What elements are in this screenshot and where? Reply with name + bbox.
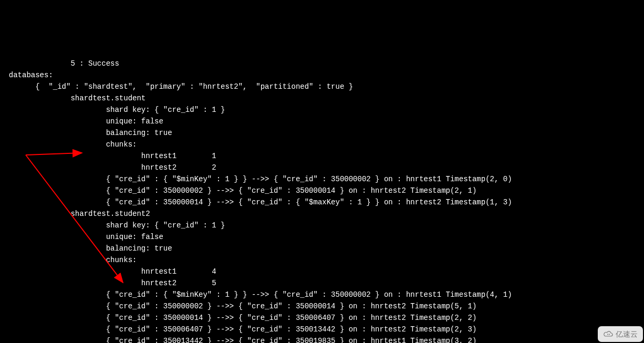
line: hnrtest1 1 <box>0 152 216 160</box>
line: unique: false <box>0 233 163 241</box>
line: { "cre_id" : 350000002 } -->> { "cre_id"… <box>0 186 476 195</box>
line: balancing: true <box>0 129 172 137</box>
terminal-output: 5 : Success databases: { "_id" : "shardt… <box>0 46 644 343</box>
cloud-icon <box>603 330 614 338</box>
line: { "cre_id" : 350000014 } -->> { "cre_id"… <box>0 198 512 206</box>
line: shardtest.student2 <box>0 210 150 218</box>
watermark: 亿速云 <box>598 326 643 342</box>
line: 5 : Success <box>0 59 119 68</box>
line: hnrtest2 2 <box>0 163 216 172</box>
line: hnrtest1 4 <box>0 267 216 276</box>
line: chunks: <box>0 140 137 149</box>
line: balancing: true <box>0 244 172 253</box>
line: chunks: <box>0 256 137 264</box>
svg-point-2 <box>609 334 610 335</box>
line: { "cre_id" : 350013442 } -->> { "cre_id"… <box>0 337 476 343</box>
line: { "cre_id" : { "$minKey" : 1 } } -->> { … <box>0 290 512 299</box>
line: { "cre_id" : 350000002 } -->> { "cre_id"… <box>0 302 476 310</box>
svg-point-1 <box>607 334 608 335</box>
line: shard key: { "cre_id" : 1 } <box>0 106 225 114</box>
line: { "cre_id" : 350000014 } -->> { "cre_id"… <box>0 314 476 322</box>
watermark-text: 亿速云 <box>616 328 638 340</box>
line: shard key: { "cre_id" : 1 } <box>0 221 225 230</box>
line: { "_id" : "shardtest", "primary" : "hnrt… <box>0 82 353 91</box>
line: shardtest.student <box>0 94 146 102</box>
line: unique: false <box>0 117 163 126</box>
line: hnrtest2 5 <box>0 279 216 287</box>
line: { "cre_id" : 350006407 } -->> { "cre_id"… <box>0 325 476 334</box>
line: { "cre_id" : { "$minKey" : 1 } } -->> { … <box>0 175 512 183</box>
line: databases: <box>0 71 53 79</box>
